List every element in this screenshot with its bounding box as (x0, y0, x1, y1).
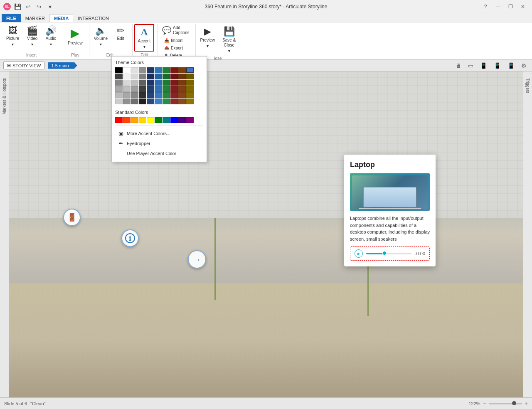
color-t2-7[interactable] (163, 74, 170, 79)
color-t2-2[interactable] (123, 74, 131, 79)
triggers-label[interactable]: Triggers (525, 78, 530, 93)
color-blue[interactable] (155, 67, 162, 73)
color-t2-8[interactable] (170, 74, 178, 79)
color-white[interactable] (123, 67, 131, 73)
color-t4-1[interactable] (115, 86, 123, 92)
hotspot-arrow[interactable]: → (188, 250, 206, 269)
color-t3-5[interactable] (147, 80, 154, 86)
color-dkblue[interactable] (147, 67, 154, 73)
std-blue[interactable] (170, 117, 178, 123)
audio-play-button[interactable]: ▶ (355, 249, 363, 258)
color-t4-9[interactable] (178, 86, 186, 92)
undo-btn[interactable]: ↩ (24, 2, 32, 11)
preview2-button[interactable]: ▶ Preview ▾ (197, 24, 218, 50)
tab-media[interactable]: MEDIA (49, 14, 73, 22)
std-orange-red[interactable] (123, 117, 131, 123)
color-t6-4[interactable] (139, 99, 146, 104)
save-close-button[interactable]: 💾 Save &Close ▾ (219, 24, 239, 55)
color-t5-7[interactable] (163, 92, 170, 98)
story-view-button[interactable]: ⊞ STORY VIEW (3, 62, 44, 69)
color-t2-3[interactable] (131, 74, 138, 79)
color-t5-3[interactable] (131, 92, 138, 98)
edit-button[interactable]: ✏ Edit (112, 24, 129, 43)
color-black[interactable] (115, 67, 123, 73)
color-t6-10[interactable] (186, 99, 194, 104)
color-t6-7[interactable] (163, 99, 170, 104)
color-t4-10[interactable] (186, 86, 194, 92)
audio-bar[interactable]: ▶ -0:00 (350, 246, 430, 261)
export-button[interactable]: 📤 Export (161, 44, 186, 52)
color-t2-4[interactable] (139, 74, 146, 79)
color-t4-5[interactable] (147, 86, 154, 92)
breadcrumb-button[interactable]: 1.5 main (48, 62, 77, 69)
std-green[interactable] (155, 117, 162, 123)
std-teal[interactable] (163, 117, 170, 123)
color-t6-9[interactable] (178, 99, 186, 104)
color-t5-6[interactable] (155, 92, 162, 98)
color-gray[interactable] (139, 67, 146, 73)
color-t4-7[interactable] (163, 86, 170, 92)
minimize-btn[interactable]: ─ (492, 2, 504, 11)
color-t3-1[interactable] (115, 80, 123, 86)
color-selected[interactable] (186, 67, 194, 73)
color-t2-6[interactable] (155, 74, 162, 79)
import-button[interactable]: 📥 Import (161, 37, 186, 44)
zoom-out-icon[interactable]: − (483, 400, 486, 407)
add-captions-button[interactable]: 💬 AddCaptions (160, 24, 192, 37)
color-green[interactable] (163, 67, 170, 73)
color-t4-8[interactable] (170, 86, 178, 92)
color-t3-8[interactable] (170, 80, 178, 86)
preview-button[interactable]: ▶ Preview (65, 24, 86, 48)
std-indigo[interactable] (178, 117, 186, 123)
color-t6-3[interactable] (131, 99, 138, 104)
phone-view-icon[interactable]: 📱 (505, 61, 517, 70)
std-yellow[interactable] (147, 117, 154, 123)
color-t6-8[interactable] (170, 99, 178, 104)
color-t4-3[interactable] (131, 86, 138, 92)
color-t5-10[interactable] (186, 92, 194, 98)
color-t6-5[interactable] (147, 99, 154, 104)
color-lgray[interactable] (131, 67, 138, 73)
color-t4-4[interactable] (139, 86, 146, 92)
color-t2-10[interactable] (186, 74, 194, 79)
more-accent-colors-item[interactable]: ◉ More Accent Colors... (115, 128, 203, 138)
hotspot-door[interactable]: 🚪 (63, 209, 81, 226)
zoom-in-icon[interactable]: + (525, 400, 528, 407)
color-t6-6[interactable] (155, 99, 162, 104)
quick-access-dropdown[interactable]: ▾ (46, 2, 54, 11)
monitor-view-icon[interactable]: 🖥 (453, 61, 463, 70)
help-btn[interactable]: ? (480, 2, 491, 11)
audio-progress-bar[interactable] (366, 253, 411, 254)
window-view-icon[interactable]: ▭ (466, 61, 475, 70)
color-t3-10[interactable] (186, 80, 194, 86)
color-t5-8[interactable] (170, 92, 178, 98)
color-t4-2[interactable] (123, 86, 131, 92)
phone-landscape-view-icon[interactable]: 📱 (492, 61, 503, 70)
audio-button[interactable]: 🔊 Audio ▾ (42, 24, 59, 49)
volume-button[interactable]: 🔈 Volume ▾ (91, 24, 111, 49)
std-red[interactable] (115, 117, 123, 123)
tab-marker[interactable]: MARKER (21, 14, 49, 22)
color-red[interactable] (170, 67, 178, 73)
zoom-slider[interactable] (489, 403, 522, 404)
color-t6-1[interactable] (115, 99, 123, 104)
markers-hotspots-label[interactable]: Markers & Hotspots (2, 78, 7, 115)
color-t6-2[interactable] (123, 99, 131, 104)
video-button[interactable]: 🎬 Video ▾ (24, 24, 41, 49)
close-btn[interactable]: ✕ (517, 2, 529, 11)
tab-interaction[interactable]: INTERACTION (73, 14, 113, 22)
tab-file[interactable]: FILE (2, 14, 21, 22)
settings-view-icon[interactable]: ⚙ (519, 61, 529, 70)
color-orange[interactable] (178, 67, 186, 73)
std-orange[interactable] (131, 117, 138, 123)
eyedropper-item[interactable]: ✒ Eyedropper (115, 138, 203, 148)
save-quick-btn[interactable]: 💾 (13, 2, 22, 11)
tablet-view-icon[interactable]: 📱 (478, 61, 489, 70)
color-t3-2[interactable] (123, 80, 131, 86)
color-t3-6[interactable] (155, 80, 162, 86)
color-t4-6[interactable] (155, 86, 162, 92)
color-t2-9[interactable] (178, 74, 186, 79)
color-t5-2[interactable] (123, 92, 131, 98)
color-t3-4[interactable] (139, 80, 146, 86)
color-t2-1[interactable] (115, 74, 123, 79)
